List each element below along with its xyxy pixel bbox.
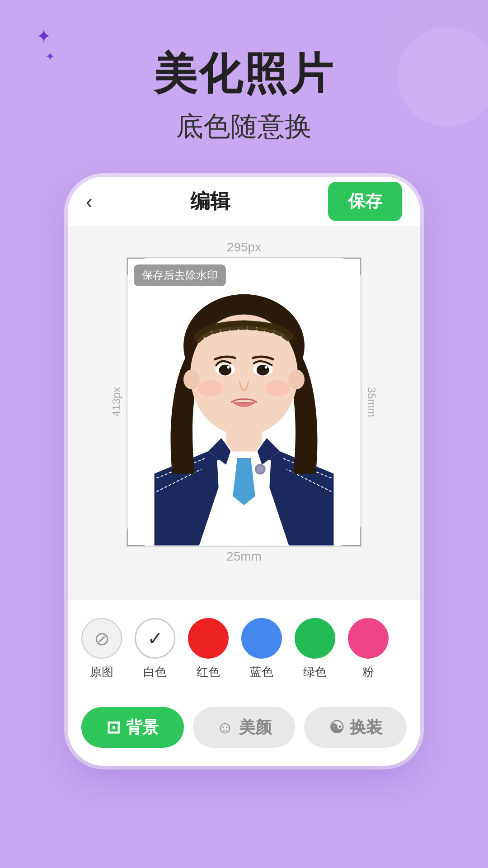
svg-point-14 [265, 380, 291, 396]
dimension-left: 413px [110, 387, 123, 416]
color-label-blue: 蓝色 [250, 664, 273, 680]
corner-br [343, 528, 361, 547]
svg-point-15 [183, 370, 200, 390]
svg-point-7 [219, 365, 231, 376]
tab-bar: ⊡背景☺美颜☯换装 [68, 698, 420, 766]
color-label-pink: 粉 [362, 664, 374, 680]
tab-icon-background: ⊡ [106, 717, 121, 737]
photo-frame-row: 413px 保存后去除水印 [110, 257, 378, 547]
bottom-space [68, 573, 420, 600]
color-label-original: 原图 [90, 664, 113, 680]
color-option-pink[interactable]: 粉 [348, 618, 389, 680]
photo-frame: 保存后去除水印 [127, 257, 361, 547]
tab-icon-outfit: ☯ [329, 717, 344, 737]
color-circle-red [188, 618, 229, 659]
watermark-badge: 保存后去除水印 [134, 264, 226, 286]
tab-icon-beauty: ☺ [216, 718, 234, 737]
tab-beauty[interactable]: ☺美颜 [193, 707, 296, 748]
tab-outfit[interactable]: ☯换装 [304, 707, 407, 748]
color-circle-green [295, 618, 335, 659]
color-options: ⊘原图✓白色红色蓝色绿色粉 [81, 618, 407, 684]
back-button[interactable]: ‹ [86, 190, 93, 213]
svg-point-12 [265, 366, 267, 369]
color-option-red[interactable]: 红色 [188, 618, 229, 680]
svg-point-11 [227, 366, 230, 369]
corner-tr [343, 257, 361, 275]
main-title: 美化照片 [154, 45, 334, 104]
tab-background[interactable]: ⊡背景 [81, 707, 184, 748]
color-circle-white: ✓ [135, 618, 175, 659]
tab-label-outfit: 换装 [350, 717, 382, 739]
color-option-blue[interactable]: 蓝色 [241, 618, 282, 680]
color-circle-pink [348, 618, 389, 659]
top-bar: ‹ 编辑 保存 [68, 177, 420, 226]
color-label-red: 红色 [197, 664, 220, 680]
save-button[interactable]: 保存 [328, 182, 402, 221]
corner-bl [127, 528, 145, 547]
color-option-white[interactable]: ✓白色 [135, 618, 175, 680]
svg-point-8 [257, 365, 269, 376]
svg-point-16 [288, 370, 305, 390]
dimension-bottom: 25mm [226, 549, 262, 564]
header-area: 美化照片 底色随意换 [0, 0, 488, 163]
dimension-right: 35mm [365, 387, 378, 417]
tab-label-beauty: 美颜 [239, 717, 272, 739]
sub-title: 底色随意换 [176, 108, 312, 145]
phone-mockup: ‹ 编辑 保存 295px 413px 保存后去除水印 [68, 177, 420, 766]
page-background: ✦ ✦ 美化照片 底色随意换 ‹ 编辑 保存 295px 413px [0, 0, 488, 868]
photo-frame-wrapper: 295px 413px 保存后去除水印 [110, 240, 378, 564]
color-option-green[interactable]: 绿色 [295, 618, 335, 680]
svg-point-13 [198, 380, 223, 396]
svg-point-18 [257, 466, 264, 473]
color-option-original[interactable]: ⊘原图 [81, 618, 122, 680]
color-circle-original: ⊘ [81, 618, 122, 659]
page-title: 编辑 [190, 188, 230, 215]
color-label-green: 绿色 [303, 664, 327, 680]
tab-label-background: 背景 [126, 717, 159, 739]
photo-area: 295px 413px 保存后去除水印 [68, 226, 420, 573]
color-circle-blue [241, 618, 282, 659]
dimension-top: 295px [227, 240, 261, 255]
person-photo [127, 258, 361, 546]
color-label-white: 白色 [143, 664, 167, 680]
color-picker-area: ⊘原图✓白色红色蓝色绿色粉 [68, 600, 420, 698]
